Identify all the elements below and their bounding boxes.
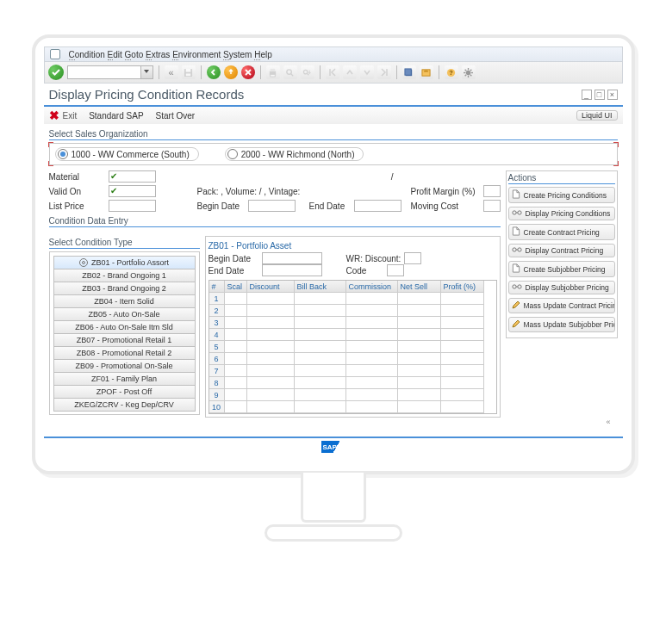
save-icon[interactable] (182, 65, 196, 79)
cell[interactable] (398, 329, 441, 341)
table-row[interactable]: 4 (209, 329, 496, 341)
table-row[interactable]: 7 (209, 365, 496, 377)
code-input[interactable] (387, 264, 404, 276)
menu-help[interactable]: Help (254, 50, 272, 60)
profit-margin-input[interactable] (483, 185, 501, 197)
cell[interactable] (441, 353, 484, 365)
col-num[interactable]: # (209, 281, 225, 293)
sales-org-option-1000[interactable]: 1000 - WW Commerce (South) (55, 147, 199, 161)
cell[interactable] (225, 401, 247, 413)
back-double-icon[interactable]: « (165, 65, 178, 79)
cell[interactable] (225, 329, 247, 341)
cell[interactable] (295, 377, 346, 389)
action-button[interactable]: Display Pricing Conditions (508, 207, 615, 220)
cell[interactable] (247, 377, 295, 389)
cell[interactable] (295, 365, 346, 377)
cell[interactable] (398, 293, 441, 305)
table-row[interactable]: 1 (209, 293, 496, 305)
cell[interactable] (441, 377, 484, 389)
cell[interactable] (225, 365, 247, 377)
condition-type-item[interactable]: ZKEG/ZCRV - Keg Dep/CRV (53, 398, 196, 412)
command-field[interactable] (67, 65, 153, 79)
cell[interactable] (225, 293, 247, 305)
cell[interactable] (346, 401, 398, 413)
standard-sap-button[interactable]: Standard SAP (89, 111, 143, 121)
cell[interactable] (398, 401, 441, 413)
valid-on-input[interactable]: ✔ (109, 185, 156, 197)
col-netsell[interactable]: Net Sell (398, 281, 441, 293)
exit-icon[interactable] (224, 65, 238, 79)
action-button[interactable]: Display Subjobber Pricing (508, 281, 615, 294)
action-button[interactable]: Display Contract Pricing (508, 244, 615, 257)
cell[interactable] (346, 341, 398, 353)
cancel-icon[interactable] (241, 65, 255, 79)
cell[interactable] (441, 389, 484, 401)
wr-discount-input[interactable] (404, 252, 421, 264)
find-icon[interactable] (283, 65, 297, 79)
menu-condition[interactable]: Condition (69, 50, 105, 60)
cell[interactable] (225, 317, 247, 329)
cell[interactable] (247, 317, 295, 329)
menubar-app-icon[interactable] (50, 49, 60, 59)
liquid-ui-button[interactable]: Liquid UI (576, 110, 618, 121)
menu-system[interactable]: System (223, 50, 252, 60)
cell[interactable] (346, 305, 398, 317)
cell[interactable] (441, 293, 484, 305)
close-button[interactable]: × (607, 90, 618, 100)
action-button[interactable]: Create Pricing Conditions (508, 187, 615, 203)
cell[interactable] (295, 329, 346, 341)
condition-type-item[interactable]: ZB02 - Brand Ongoing 1 (53, 269, 196, 282)
cell[interactable] (295, 389, 346, 401)
cell[interactable] (247, 293, 295, 305)
condition-type-item[interactable]: ZB07 - Promotional Retail 1 (53, 333, 196, 347)
detail-begin-date-input[interactable] (262, 252, 322, 264)
sales-org-option-2000[interactable]: 2000 - WW Richmond (North) (225, 147, 364, 161)
first-page-icon[interactable] (326, 65, 339, 79)
condition-type-item[interactable]: ZB03 - Brand Ongoing 2 (53, 282, 196, 295)
find-next-icon[interactable] (301, 65, 314, 79)
condition-type-item[interactable]: ZF01 - Family Plan (53, 372, 196, 386)
cell[interactable] (398, 305, 441, 317)
help-icon[interactable]: ? (445, 65, 458, 79)
cell[interactable] (346, 329, 398, 341)
cell[interactable] (398, 341, 441, 353)
cell[interactable] (247, 389, 295, 401)
table-row[interactable]: 9 (209, 389, 496, 401)
list-price-input[interactable] (109, 200, 156, 212)
table-row[interactable]: 8 (209, 377, 496, 389)
table-row[interactable]: 5 (209, 341, 496, 353)
settings-icon[interactable] (462, 65, 476, 79)
cell[interactable] (247, 329, 295, 341)
shortcut-icon[interactable] (420, 65, 433, 79)
cell[interactable] (346, 353, 398, 365)
cell[interactable] (225, 389, 247, 401)
new-session-icon[interactable] (402, 65, 416, 79)
cell[interactable] (247, 353, 295, 365)
menu-goto[interactable]: Goto (125, 50, 144, 60)
cell[interactable] (225, 377, 247, 389)
menu-edit[interactable]: Edit (108, 50, 122, 60)
cell[interactable] (398, 365, 441, 377)
cell[interactable] (225, 305, 247, 317)
cell[interactable] (398, 317, 441, 329)
cell[interactable] (295, 401, 346, 413)
condition-type-item[interactable]: ZB08 - Promotional Retail 2 (53, 346, 196, 360)
cell[interactable] (225, 353, 247, 365)
enter-icon[interactable] (48, 65, 64, 80)
condition-type-item[interactable]: ZB05 - Auto On-Sale (53, 307, 196, 321)
cell[interactable] (346, 293, 398, 305)
condition-type-item[interactable]: ZB01 - Portfolio Assort (53, 256, 196, 269)
chevron-down-icon[interactable] (140, 66, 152, 78)
condition-type-item[interactable]: ZB04 - Item Solid (53, 294, 196, 308)
last-page-icon[interactable] (377, 65, 391, 79)
col-commission[interactable]: Commission (346, 281, 398, 293)
end-date-input[interactable] (354, 200, 401, 212)
cell[interactable] (295, 305, 346, 317)
cell[interactable] (441, 341, 484, 353)
cell[interactable] (247, 401, 295, 413)
col-profit[interactable]: Profit (%) (441, 281, 484, 293)
cell[interactable] (346, 365, 398, 377)
menu-extras[interactable]: Extras (146, 50, 170, 60)
exit-button[interactable]: ✖ Exit (49, 108, 78, 122)
cell[interactable] (441, 317, 484, 329)
